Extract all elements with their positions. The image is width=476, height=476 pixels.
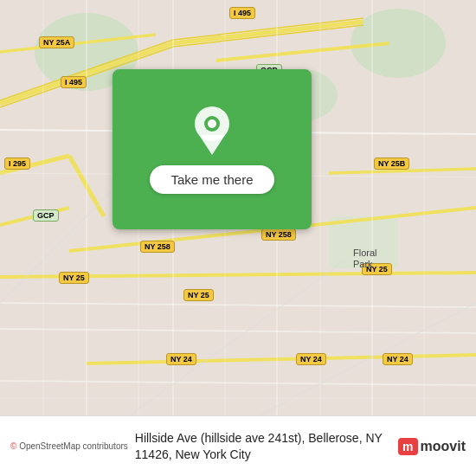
road-badge-gcp-left: GCP <box>33 209 59 222</box>
road-badge-ny24-left: NY 24 <box>166 353 196 365</box>
bottom-bar: © OpenStreetMap contributors Hillside Av… <box>0 415 476 476</box>
moovit-badge: m <box>398 438 417 455</box>
take-me-there-button[interactable]: Take me there <box>150 165 273 194</box>
road-badge-ny25a: NY 25A <box>39 36 74 48</box>
road-badge-ny25b: NY 25B <box>374 158 409 170</box>
road-badge-i295: I 295 <box>4 158 30 170</box>
svg-point-41 <box>208 119 216 128</box>
map-card: Take me there <box>113 69 312 229</box>
floral-park-label: FloralPark <box>353 248 377 270</box>
road-badge-ny24-mid: NY 24 <box>296 353 326 365</box>
road-badge-i495-top: I 495 <box>229 7 255 19</box>
road-badge-ny25-mid: NY 25 <box>183 289 214 301</box>
osm-credit: © OpenStreetMap contributors <box>10 441 128 451</box>
moovit-name: moovit <box>421 439 466 454</box>
svg-point-2 <box>351 9 446 78</box>
location-pin-icon <box>190 105 234 157</box>
road-badge-i495-left: I 495 <box>61 76 87 88</box>
road-badge-ny258-left: NY 258 <box>140 241 175 253</box>
road-badge-ny25-left: NY 25 <box>59 272 89 284</box>
road-badge-ny258-right: NY 258 <box>261 228 296 241</box>
svg-marker-39 <box>199 135 225 155</box>
road-badge-ny24-right: NY 24 <box>383 353 413 365</box>
address-text: Hillside Ave (hillside ave 241st), Belle… <box>135 430 391 461</box>
map-container: I 495 I 495 I 495 I 295 NY 25A NY 25B NY… <box>0 0 476 415</box>
moovit-logo: m moovit <box>398 438 466 455</box>
